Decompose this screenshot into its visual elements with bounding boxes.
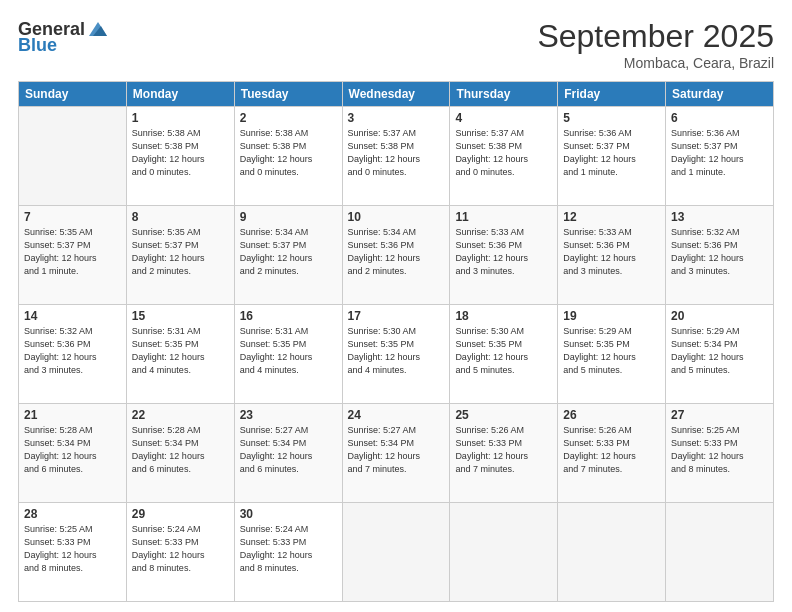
day-number: 23 [240,408,337,422]
day-number: 14 [24,309,121,323]
day-number: 16 [240,309,337,323]
day-number: 21 [24,408,121,422]
cell-content: Sunrise: 5:36 AMSunset: 5:37 PMDaylight:… [563,127,660,179]
day-number: 22 [132,408,229,422]
logo-blue: Blue [18,36,57,54]
calendar-cell: 24Sunrise: 5:27 AMSunset: 5:34 PMDayligh… [342,404,450,503]
cell-content: Sunrise: 5:38 AMSunset: 5:38 PMDaylight:… [240,127,337,179]
cell-content: Sunrise: 5:29 AMSunset: 5:34 PMDaylight:… [671,325,768,377]
day-number: 27 [671,408,768,422]
day-number: 6 [671,111,768,125]
day-number: 17 [348,309,445,323]
calendar-cell: 15Sunrise: 5:31 AMSunset: 5:35 PMDayligh… [126,305,234,404]
calendar-cell: 22Sunrise: 5:28 AMSunset: 5:34 PMDayligh… [126,404,234,503]
day-number: 24 [348,408,445,422]
calendar-cell: 10Sunrise: 5:34 AMSunset: 5:36 PMDayligh… [342,206,450,305]
day-number: 29 [132,507,229,521]
header: General Blue September 2025 Mombaca, Cea… [18,18,774,71]
calendar-cell: 25Sunrise: 5:26 AMSunset: 5:33 PMDayligh… [450,404,558,503]
day-number: 26 [563,408,660,422]
day-number: 1 [132,111,229,125]
day-number: 5 [563,111,660,125]
calendar-cell: 5Sunrise: 5:36 AMSunset: 5:37 PMDaylight… [558,107,666,206]
cell-content: Sunrise: 5:33 AMSunset: 5:36 PMDaylight:… [455,226,552,278]
day-number: 3 [348,111,445,125]
day-number: 20 [671,309,768,323]
calendar-cell: 8Sunrise: 5:35 AMSunset: 5:37 PMDaylight… [126,206,234,305]
location: Mombaca, Ceara, Brazil [537,55,774,71]
cell-content: Sunrise: 5:27 AMSunset: 5:34 PMDaylight:… [348,424,445,476]
calendar-cell: 27Sunrise: 5:25 AMSunset: 5:33 PMDayligh… [666,404,774,503]
day-number: 12 [563,210,660,224]
calendar: SundayMondayTuesdayWednesdayThursdayFrid… [18,81,774,602]
calendar-cell: 29Sunrise: 5:24 AMSunset: 5:33 PMDayligh… [126,503,234,602]
weekday-header-wednesday: Wednesday [342,82,450,107]
cell-content: Sunrise: 5:34 AMSunset: 5:37 PMDaylight:… [240,226,337,278]
cell-content: Sunrise: 5:37 AMSunset: 5:38 PMDaylight:… [455,127,552,179]
calendar-cell [558,503,666,602]
day-number: 25 [455,408,552,422]
week-row-2: 7Sunrise: 5:35 AMSunset: 5:37 PMDaylight… [19,206,774,305]
calendar-cell: 17Sunrise: 5:30 AMSunset: 5:35 PMDayligh… [342,305,450,404]
calendar-cell [450,503,558,602]
calendar-cell [19,107,127,206]
cell-content: Sunrise: 5:35 AMSunset: 5:37 PMDaylight:… [24,226,121,278]
page: General Blue September 2025 Mombaca, Cea… [0,0,792,612]
week-row-4: 21Sunrise: 5:28 AMSunset: 5:34 PMDayligh… [19,404,774,503]
cell-content: Sunrise: 5:33 AMSunset: 5:36 PMDaylight:… [563,226,660,278]
cell-content: Sunrise: 5:26 AMSunset: 5:33 PMDaylight:… [563,424,660,476]
weekday-header-thursday: Thursday [450,82,558,107]
week-row-3: 14Sunrise: 5:32 AMSunset: 5:36 PMDayligh… [19,305,774,404]
cell-content: Sunrise: 5:24 AMSunset: 5:33 PMDaylight:… [240,523,337,575]
cell-content: Sunrise: 5:31 AMSunset: 5:35 PMDaylight:… [132,325,229,377]
calendar-cell: 21Sunrise: 5:28 AMSunset: 5:34 PMDayligh… [19,404,127,503]
cell-content: Sunrise: 5:30 AMSunset: 5:35 PMDaylight:… [455,325,552,377]
weekday-header-row: SundayMondayTuesdayWednesdayThursdayFrid… [19,82,774,107]
logo-icon [87,18,109,40]
calendar-cell: 26Sunrise: 5:26 AMSunset: 5:33 PMDayligh… [558,404,666,503]
cell-content: Sunrise: 5:28 AMSunset: 5:34 PMDaylight:… [132,424,229,476]
calendar-cell: 16Sunrise: 5:31 AMSunset: 5:35 PMDayligh… [234,305,342,404]
cell-content: Sunrise: 5:24 AMSunset: 5:33 PMDaylight:… [132,523,229,575]
weekday-header-tuesday: Tuesday [234,82,342,107]
cell-content: Sunrise: 5:25 AMSunset: 5:33 PMDaylight:… [24,523,121,575]
day-number: 19 [563,309,660,323]
day-number: 9 [240,210,337,224]
day-number: 30 [240,507,337,521]
calendar-cell: 18Sunrise: 5:30 AMSunset: 5:35 PMDayligh… [450,305,558,404]
cell-content: Sunrise: 5:37 AMSunset: 5:38 PMDaylight:… [348,127,445,179]
calendar-cell: 11Sunrise: 5:33 AMSunset: 5:36 PMDayligh… [450,206,558,305]
title-block: September 2025 Mombaca, Ceara, Brazil [537,18,774,71]
cell-content: Sunrise: 5:31 AMSunset: 5:35 PMDaylight:… [240,325,337,377]
cell-content: Sunrise: 5:36 AMSunset: 5:37 PMDaylight:… [671,127,768,179]
cell-content: Sunrise: 5:28 AMSunset: 5:34 PMDaylight:… [24,424,121,476]
day-number: 8 [132,210,229,224]
calendar-cell: 3Sunrise: 5:37 AMSunset: 5:38 PMDaylight… [342,107,450,206]
cell-content: Sunrise: 5:29 AMSunset: 5:35 PMDaylight:… [563,325,660,377]
day-number: 4 [455,111,552,125]
cell-content: Sunrise: 5:27 AMSunset: 5:34 PMDaylight:… [240,424,337,476]
day-number: 2 [240,111,337,125]
weekday-header-saturday: Saturday [666,82,774,107]
cell-content: Sunrise: 5:38 AMSunset: 5:38 PMDaylight:… [132,127,229,179]
cell-content: Sunrise: 5:32 AMSunset: 5:36 PMDaylight:… [24,325,121,377]
calendar-cell [342,503,450,602]
weekday-header-friday: Friday [558,82,666,107]
cell-content: Sunrise: 5:32 AMSunset: 5:36 PMDaylight:… [671,226,768,278]
calendar-cell: 9Sunrise: 5:34 AMSunset: 5:37 PMDaylight… [234,206,342,305]
calendar-cell: 6Sunrise: 5:36 AMSunset: 5:37 PMDaylight… [666,107,774,206]
cell-content: Sunrise: 5:34 AMSunset: 5:36 PMDaylight:… [348,226,445,278]
calendar-cell: 12Sunrise: 5:33 AMSunset: 5:36 PMDayligh… [558,206,666,305]
day-number: 11 [455,210,552,224]
calendar-cell: 28Sunrise: 5:25 AMSunset: 5:33 PMDayligh… [19,503,127,602]
day-number: 13 [671,210,768,224]
calendar-cell [666,503,774,602]
weekday-header-sunday: Sunday [19,82,127,107]
cell-content: Sunrise: 5:25 AMSunset: 5:33 PMDaylight:… [671,424,768,476]
calendar-cell: 19Sunrise: 5:29 AMSunset: 5:35 PMDayligh… [558,305,666,404]
calendar-cell: 1Sunrise: 5:38 AMSunset: 5:38 PMDaylight… [126,107,234,206]
month-year: September 2025 [537,18,774,55]
calendar-cell: 13Sunrise: 5:32 AMSunset: 5:36 PMDayligh… [666,206,774,305]
calendar-cell: 4Sunrise: 5:37 AMSunset: 5:38 PMDaylight… [450,107,558,206]
calendar-cell: 14Sunrise: 5:32 AMSunset: 5:36 PMDayligh… [19,305,127,404]
